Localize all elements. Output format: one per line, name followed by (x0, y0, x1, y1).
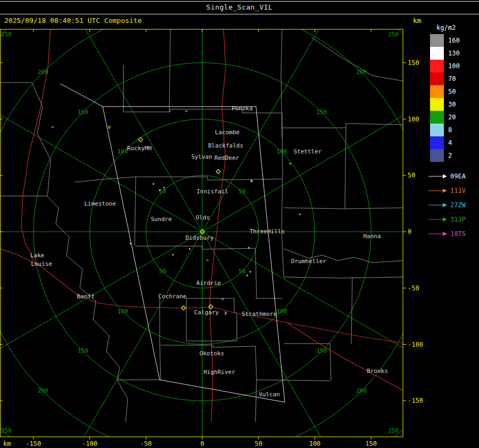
station-id-label: 18TS (450, 230, 466, 238)
radar-coverage-outline (60, 84, 285, 402)
station-legend-row: 09EA (428, 169, 466, 183)
range-ring-label: 150 (78, 347, 88, 354)
bottom-tick-label: 50 (255, 440, 262, 447)
town-dot-marker (130, 243, 131, 245)
map-glyph-caret: ^ (51, 126, 54, 132)
town-label: Calgary (194, 309, 219, 316)
right-tick-label: -100 (408, 341, 423, 348)
radar-application: { "window": { "title": "Single_Scan_VIL"… (0, 0, 479, 448)
right-tick-label: 150 (408, 59, 419, 67)
colorbar-entry: 50 (430, 85, 466, 98)
colorbar-value-label: 100 (448, 62, 466, 70)
town-label: Sundre (151, 216, 172, 223)
county-boundary (255, 248, 257, 298)
range-ring-label: 100 (118, 148, 128, 155)
colorbar-panel: kg/m2 16013010070503020842 09EA111V27ZW3… (426, 14, 479, 448)
station-arrow-icon (428, 231, 447, 237)
colorbar-swatch (430, 60, 444, 72)
station-id-label: 31JP (450, 216, 466, 223)
station-legend-row: 27ZW (428, 198, 466, 212)
town-dot-marker (299, 214, 301, 215)
town-label: Lake (30, 252, 45, 259)
range-ring-label: 50 (159, 188, 166, 195)
colorbar-value-label: 70 (448, 75, 466, 83)
range-ring-label: 50 (238, 188, 245, 195)
right-tick-label: -50 (408, 284, 419, 292)
colorbar-swatch (430, 124, 444, 136)
range-ring-label: 100 (118, 308, 128, 315)
colorbar-swatch (430, 111, 444, 124)
town-label: Airdrie (196, 280, 221, 287)
colorbar-entry: 4 (430, 136, 466, 149)
station-diamond-marker (138, 137, 143, 142)
colorbar-entry: 2 (430, 149, 466, 162)
highway (211, 307, 403, 343)
county-boundary (282, 113, 283, 179)
town-label: Olds (196, 214, 210, 221)
town-label: Louise (31, 260, 52, 267)
county-boundary (284, 277, 403, 278)
colorbar-entry: 160 (430, 34, 466, 47)
bottom-tick-label: 0 (200, 440, 204, 447)
colorbar-entry: 8 (430, 124, 466, 136)
azimuth-spoke (202, 232, 367, 448)
range-ring-label: 200 (38, 69, 48, 76)
county-boundary (169, 29, 170, 112)
colorbar-entry: 130 (430, 47, 466, 60)
county-boundary (186, 298, 237, 341)
right-tick-label: 0 (408, 228, 411, 235)
county-boundary (330, 344, 331, 381)
colorbar-swatch (430, 47, 444, 60)
town-label: Ponoka (232, 105, 253, 112)
right-tick-label: 100 (408, 116, 419, 123)
right-axis-unit-label: km (413, 17, 422, 25)
town-dot-marker (246, 275, 248, 276)
town-label: ThreeHills (250, 228, 285, 235)
map-glyph-vee: v (108, 124, 111, 130)
range-ring-label: 50 (159, 268, 166, 275)
station-arrow-icon (428, 188, 447, 193)
radar-map[interactable]: 5050505010010010010015015015015020020020… (0, 14, 426, 448)
town-label: Stettler (294, 148, 322, 155)
bottom-tick-label: -150 (26, 440, 41, 447)
range-ring-label: 250 (1, 427, 12, 434)
county-boundary (117, 380, 128, 422)
town-label: Banff (77, 293, 94, 300)
station-legend-row: 111V (428, 183, 466, 198)
town-dot-marker (159, 190, 161, 191)
range-ring-label: 150 (78, 109, 88, 116)
town-label: Blackfalds (208, 142, 243, 149)
colorbar-value-label: 30 (448, 101, 466, 108)
county-boundary (160, 298, 161, 380)
county-boundary (75, 177, 136, 182)
colorbar-swatch (430, 136, 444, 149)
range-ring-label: 150 (316, 109, 327, 116)
azimuth-spoke (202, 14, 367, 232)
station-id-label: 27ZW (450, 201, 466, 209)
title-divider-top (0, 1, 479, 2)
county-boundary (135, 177, 136, 246)
town-dot-marker (290, 163, 291, 165)
colorbar-swatch (430, 34, 444, 47)
colorbar-value-label: 20 (448, 113, 466, 121)
range-ring-label: 200 (356, 387, 367, 394)
map-glyph-cross: x (224, 310, 227, 316)
bottom-tick-label: -100 (82, 440, 97, 447)
azimuth-spoke (202, 232, 426, 397)
county-boundary (255, 346, 257, 422)
county-boundary (161, 345, 255, 347)
right-tick-label: -150 (408, 397, 423, 404)
highway (210, 29, 226, 422)
station-id-label: 111V (450, 187, 466, 194)
range-ring-label: 100 (277, 148, 287, 155)
town-label: Okotoks (200, 350, 224, 357)
colorbar-value-label: 2 (448, 152, 466, 159)
town-dot-marker (250, 271, 251, 273)
range-ring-label: 200 (356, 69, 367, 76)
town-label: HighRiver (203, 369, 235, 376)
town-label: RedDeer (214, 154, 240, 161)
station-diamond-marker (216, 169, 220, 174)
town-dot-marker (172, 254, 174, 256)
station-legend-row: 18TS (428, 226, 466, 241)
town-label: Limestone (84, 200, 116, 207)
